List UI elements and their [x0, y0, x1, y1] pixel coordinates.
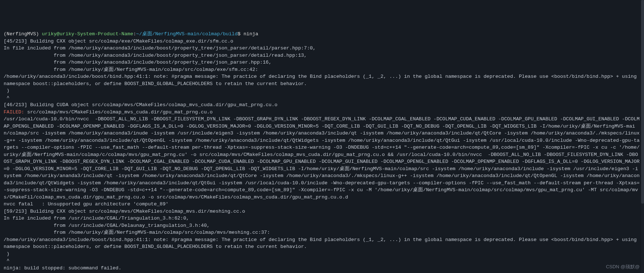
output-line: /home/uriky/anaconda3/include/boost/bind… — [4, 237, 640, 250]
output-line: nvcc fatal : Unsupported gpu architectur… — [4, 201, 169, 207]
output-line: from /home/uriky/桌面/NerfingMVS-main/colm… — [4, 230, 270, 235]
watermark: CSDN @颀默@ — [606, 263, 640, 270]
terminal-output[interactable]: (NerfingMVS) uriky@uriky-System-Product-… — [4, 31, 640, 272]
output-line: ) — [4, 251, 9, 257]
scrollbar-thumb[interactable] — [641, 0, 644, 204]
prompt-command: ninja — [243, 31, 258, 37]
scrollbar-track[interactable] — [641, 0, 644, 273]
prompt-line: (NerfingMVS) uriky@uriky-System-Product-… — [4, 31, 258, 37]
output-line: ninja: build stopped: subcommand failed. — [4, 265, 121, 271]
output-line: /usr/local/cuda-10.0/bin/nvcc -DBOOST_AL… — [4, 116, 640, 200]
failed-target: src/colmap/mvs/CMakeFiles/colmap_mvs_cud… — [27, 109, 213, 115]
output-line: from /home/uriky/桌面/NerfingMVS-main/colm… — [4, 67, 258, 72]
prompt-dollar: $ — [238, 31, 241, 37]
output-line: from /home/uriky/anaconda3/include/boost… — [4, 53, 307, 58]
prompt-path: /桌面/NerfingMVS-main/colmap/build — [139, 31, 238, 37]
output-line: ^ — [4, 95, 9, 101]
output-line: [59/213] Building CXX object src/colmap/… — [4, 209, 245, 214]
output-line: [45/213] Building CXX object src/colmap/… — [4, 39, 233, 44]
failed-label: FAILED: — [4, 109, 27, 115]
prompt-colon: : — [133, 31, 136, 37]
env-name: (NerfingMVS) — [4, 31, 39, 37]
output-line: In file included from /usr/include/CGAL/… — [4, 216, 189, 221]
output-line: ) — [4, 88, 9, 93]
output-line: from /usr/include/CGAL/Delaunay_triangul… — [4, 223, 210, 228]
prompt-at: @ — [57, 31, 60, 37]
output-line: /home/uriky/anaconda3/include/boost/bind… — [4, 74, 640, 87]
output-line: from /home/uriky/anaconda3/include/boost… — [4, 60, 271, 65]
output-line: ^ — [4, 258, 9, 264]
failed-line: FAILED: src/colmap/mvs/CMakeFiles/colmap… — [4, 109, 213, 115]
prompt-host: uriky-System-Product-Name — [60, 31, 133, 37]
output-line: [46/213] Building CUDA object src/colmap… — [4, 102, 277, 108]
prompt-user: uriky — [42, 31, 57, 37]
output-line: In file included from /home/uriky/anacon… — [4, 45, 316, 51]
prompt-tilde: ~ — [136, 31, 139, 37]
